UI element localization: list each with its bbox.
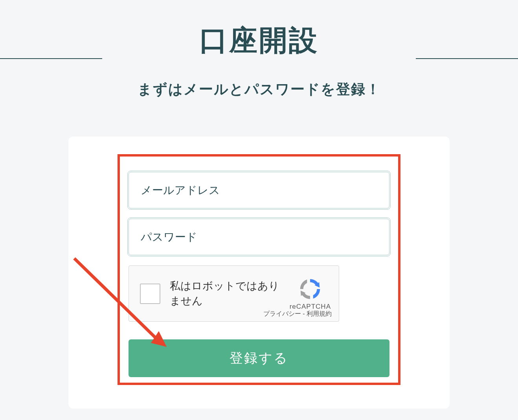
recaptcha-terms-link[interactable]: 利用規約: [307, 310, 332, 317]
header-divider-right: [416, 58, 518, 59]
page-title: 口座開設: [0, 22, 518, 59]
recaptcha-links: プライバシー - 利用規約: [263, 310, 332, 318]
recaptcha-widget: 私はロボットではありません reCAPTCHA プライバシー - 利用規約: [129, 265, 339, 322]
recaptcha-privacy-link[interactable]: プライバシー: [263, 310, 301, 317]
header-divider-left: [0, 58, 102, 59]
password-field[interactable]: [129, 219, 389, 255]
recaptcha-branding: reCAPTCHA: [290, 277, 331, 311]
submit-button[interactable]: 登録する: [129, 339, 389, 377]
recaptcha-brand-text: reCAPTCHA: [290, 303, 331, 311]
email-field[interactable]: [129, 172, 389, 208]
recaptcha-logo-icon: [298, 277, 322, 301]
signup-form-inner: 私はロボットではありません reCAPTCHA プライバシー - 利用規約 登録…: [118, 154, 400, 385]
page-header: 口座開設 まずはメールとパスワードを登録！: [0, 0, 518, 99]
signup-form-card: 私はロボットではありません reCAPTCHA プライバシー - 利用規約 登録…: [68, 136, 450, 409]
recaptcha-checkbox[interactable]: [140, 284, 160, 304]
page-subtitle: まずはメールとパスワードを登録！: [0, 80, 518, 99]
recaptcha-label: 私はロボットではありません: [170, 279, 290, 309]
recaptcha-separator: -: [301, 310, 307, 317]
